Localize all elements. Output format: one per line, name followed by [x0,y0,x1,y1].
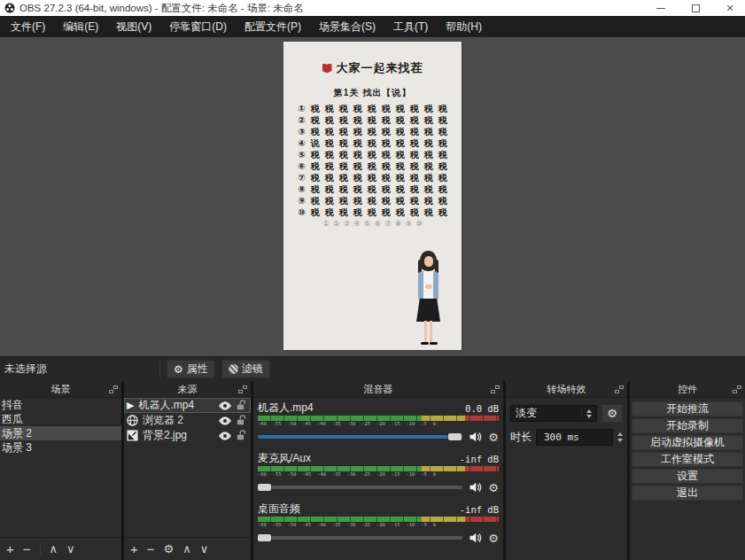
properties-button[interactable]: ⚙ 属性 [167,360,215,378]
channel-name: 麦克风/Aux [258,451,311,466]
meter-scale: -60 -55 -50 -45 -40 -35 -30 -25 -20 -15 … [258,522,499,528]
slider-handle[interactable] [448,433,462,440]
close-icon: ✕ [726,3,733,14]
volume-slider[interactable] [258,530,462,546]
filters-label: 滤镜 [242,362,263,377]
visibility-eye-icon[interactable] [218,432,232,440]
source-move-up-button[interactable]: ∧ [182,542,191,556]
meter-scale: -60 -55 -50 -45 -40 -35 -30 -25 -20 -15 … [258,421,499,427]
scene-item[interactable]: 西瓜 [0,412,121,426]
panel-title: 转场特效 [547,383,586,396]
control-button[interactable]: 开始推流 [632,401,743,416]
slider-fill [258,435,448,439]
remove-scene-button[interactable]: − [23,541,31,556]
maximize-button[interactable] [680,0,710,16]
scene-move-up-button[interactable]: ∧ [50,542,58,556]
visibility-eye-icon[interactable] [218,401,232,410]
obs-window: OBS 27.2.3 (64-bit, windows) - 配置文件: 未命名… [0,0,745,560]
unlock-icon[interactable] [237,400,247,411]
control-button[interactable]: 退出 [632,486,743,501]
puzzle-row: ⑥税税税税税税税税税税 [283,160,462,172]
source-item[interactable]: ▶ 机器人.mp4 [124,398,251,413]
mute-speaker-icon[interactable] [469,432,482,442]
volume-meter [258,517,499,522]
unlock-icon[interactable] [237,430,247,441]
transition-select[interactable]: 淡变 [510,405,597,422]
minimize-icon [656,8,665,9]
visibility-eye-icon[interactable] [218,416,232,425]
scenes-header: 场景 [0,381,121,398]
meter-scale: -60 -55 -50 -45 -40 -35 -30 -25 -20 -15 … [258,471,499,478]
source-properties-button[interactable]: ⚙ [164,542,175,556]
menu-item[interactable]: 工具(T) [384,17,437,37]
menu-item[interactable]: 停靠窗口(D) [160,17,236,37]
scenes-toolbar: + − ∧ ∨ [0,537,121,560]
menu-item[interactable]: 编辑(E) [54,17,107,37]
puzzle-grid: ①税税税税税税税税税税 ②税税税税税税税税税税 ③税税税税税税税税税税 ④说税税… [283,103,462,218]
puzzle-row: ⑩税税税税税税税税税税 [283,206,462,218]
menu-item[interactable]: 场景集合(S) [310,17,384,37]
mute-speaker-icon[interactable] [469,482,482,493]
mixer-body: 机器人.mp4 0.0 dB -60 -55 -50 -45 -40 -35 -… [253,398,503,553]
puzzle-row: ①税税税税税税税税税税 [283,103,462,114]
duration-up-button[interactable] [617,432,623,436]
source-name: 机器人.mp4 [138,398,213,413]
image-source-icon [127,430,138,441]
scene-list: 抖音 西瓜 场景 2 场景 3 [0,398,121,455]
channel-gear-icon[interactable]: ⚙ [488,482,499,494]
duration-spinbox[interactable]: 300 ms [536,429,613,446]
control-button[interactable]: 设置 [632,469,743,484]
source-item[interactable]: 浏览器 2 [124,413,251,428]
channel-db-value: -inf dB [460,454,499,464]
control-button[interactable]: 开始录制 [632,418,743,433]
preview-area: 大家一起来找茬 第1关 找出【说】 ①税税税税税税税税税税 ②税税税税税税税税税… [0,37,745,356]
menu-item[interactable]: 视图(V) [107,17,160,37]
add-source-button[interactable]: + [130,541,138,556]
volume-slider[interactable] [258,429,462,445]
puzzle-row: ③税税税税税税税税税税 [283,126,462,137]
source-item[interactable]: 背景2.jpg [124,428,251,443]
volume-meter [258,466,499,471]
add-scene-button[interactable]: + [6,541,14,556]
slider-handle[interactable] [258,534,271,541]
duration-down-button[interactable] [617,439,623,442]
menu-item[interactable]: 配置文件(P) [236,17,310,37]
menu-item[interactable]: 文件(F) [2,17,54,37]
panel-title: 控件 [678,383,697,396]
scene-item[interactable]: 场景 2 [0,426,121,440]
volume-slider[interactable] [258,479,462,495]
preview-video[interactable]: 大家一起来找茬 第1关 找出【说】 ①税税税税税税税税税税 ②税税税税税税税税税… [283,42,462,350]
scene-move-down-button[interactable]: ∨ [66,542,75,556]
channel-db-value: 0.0 dB [465,403,499,414]
scene-item[interactable]: 抖音 [0,398,121,412]
control-button[interactable]: 工作室模式 [632,452,743,467]
slider-handle[interactable] [258,484,271,491]
channel-gear-icon[interactable]: ⚙ [488,533,499,544]
panel-title: 混音器 [364,383,393,396]
channel-gear-icon[interactable]: ⚙ [488,432,499,443]
menu-item[interactable]: 帮助(H) [437,17,491,37]
close-button[interactable]: ✕ [715,0,745,16]
transitions-panel: 转场特效 淡变 ⚙ 时长 [506,381,627,560]
transition-gear-button[interactable]: ⚙ [601,404,623,423]
answer-numbers: ①②③④⑤⑥⑦⑧⑨⑩ [283,220,462,228]
undock-icon [615,385,624,393]
source-list: ▶ 机器人.mp4 浏览器 2 [124,398,251,443]
filters-button[interactable]: 滤镜 [221,360,270,378]
scene-item[interactable]: 场景 3 [0,440,121,455]
remove-source-button[interactable]: − [147,541,155,556]
spin-up-icon [586,409,592,413]
duration-label: 时长 [510,430,532,445]
puzzle-row: ②税税税税税税税税税税 [283,114,462,126]
mixer-channel: 桌面音频 -inf dB -60 -55 -50 -45 -40 -35 -30… [258,502,499,546]
channel-db-value: -inf dB [460,504,499,515]
minimize-button[interactable] [646,0,676,16]
media-source-icon: ▶ [127,401,134,410]
undock-icon [733,385,741,393]
spin-down-icon [586,415,592,418]
source-move-down-button[interactable]: ∨ [200,542,209,556]
unlock-icon[interactable] [237,415,247,426]
control-button[interactable]: 启动虚拟摄像机 [632,435,743,450]
mute-speaker-icon[interactable] [469,533,482,543]
puzzle-row: ⑦税税税税税税税税税税 [283,172,462,183]
